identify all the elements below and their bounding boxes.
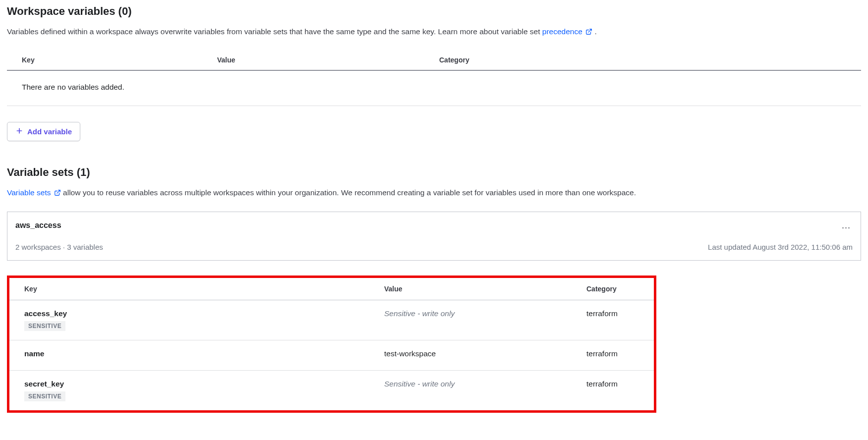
variable-sets-description: Variable sets allow you to reuse variabl… [7,187,861,199]
row-category: terraform [586,380,639,388]
ellipsis-icon: ··· [842,222,851,232]
highlighted-variables-table: Key Value Category access_key SENSITIVE … [7,275,656,413]
set-col-header-category: Category [586,285,639,293]
desc-suffix: allow you to reuse variables across mult… [63,188,636,197]
row-key: name [24,349,384,358]
add-button-label: Add variable [27,127,72,136]
row-key: secret_key [24,380,384,388]
row-key: access_key [24,309,384,318]
variable-sets-heading: Variable sets (1) [7,166,861,179]
variable-sets-link[interactable]: Variable sets [7,188,63,197]
variable-set-name: aws_access [15,221,61,230]
col-header-key: Key [22,56,217,64]
workspace-variables-heading: Workspace variables (0) [7,5,861,18]
external-link-icon [54,188,61,199]
workspace-table-header: Key Value Category [7,50,861,71]
col-header-value: Value [217,56,439,64]
workspace-variables-description: Variables defined within a workspace alw… [7,26,861,38]
row-value: test-workspace [384,349,586,358]
plus-icon [15,127,23,136]
row-value: Sensitive - write only [384,309,586,318]
set-col-header-key: Key [24,285,384,293]
table-row: name test-workspace terraform [9,340,654,371]
set-col-header-value: Value [384,285,586,293]
workspace-empty-message: There are no variables added. [7,71,861,106]
variable-set-updated: Last updated August 3rd 2022, 11:50:06 a… [708,243,853,251]
svg-line-3 [57,190,60,193]
variable-set-actions-button[interactable]: ··· [840,221,853,234]
sensitive-badge: SENSITIVE [24,321,65,331]
link-label: precedence [542,27,582,36]
desc-suffix: . [594,27,596,36]
desc-text: Variables defined within a workspace alw… [7,27,542,36]
table-row: access_key SENSITIVE Sensitive - write o… [9,300,654,340]
precedence-link[interactable]: precedence [542,27,595,36]
set-table-header: Key Value Category [9,278,654,300]
svg-line-0 [588,29,591,32]
row-category: terraform [586,349,639,358]
variable-set-card: aws_access ··· 2 workspaces · 3 variable… [7,212,861,261]
external-link-icon [585,27,592,38]
col-header-category: Category [439,56,846,64]
row-value: Sensitive - write only [384,380,586,388]
table-row: secret_key SENSITIVE Sensitive - write o… [9,371,654,405]
link-label: Variable sets [7,188,51,197]
variable-set-meta: 2 workspaces · 3 variables [15,243,103,251]
sensitive-badge: SENSITIVE [24,391,65,401]
row-category: terraform [586,309,639,318]
add-variable-button[interactable]: Add variable [7,122,80,141]
